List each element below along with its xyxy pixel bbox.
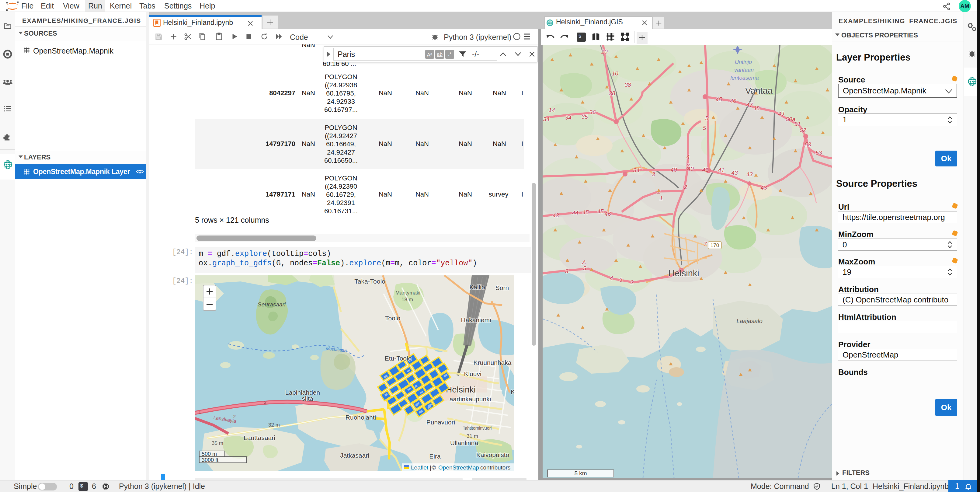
svg-text:3000 ft: 3000 ft [202, 457, 218, 463]
svg-text:Mantymaki: Mantymaki [395, 290, 420, 296]
svg-text:10: 10 [601, 48, 608, 55]
svg-text:4: 4 [686, 154, 690, 160]
svg-text:Vantaa: Vantaa [745, 86, 773, 96]
svg-text:53: 53 [815, 150, 822, 156]
svg-text:Eira: Eira [429, 453, 441, 460]
svg-text:1: 1 [199, 409, 201, 415]
svg-text:38: 38 [624, 81, 631, 88]
svg-text:Kaivopuisto: Kaivopuisto [476, 451, 509, 458]
svg-text:18 m: 18 m [401, 297, 413, 303]
svg-text:44: 44 [572, 210, 578, 216]
svg-text:46: 46 [605, 210, 611, 217]
svg-text:Helsinki: Helsinki [668, 268, 699, 278]
svg-text:vantaan: vantaan [734, 67, 754, 73]
svg-text:43: 43 [746, 171, 753, 177]
svg-text:Ruoholahti: Ruoholahti [345, 414, 376, 421]
svg-text:K: K [511, 388, 514, 395]
svg-text:Seurasaari: Seurasaari [258, 301, 286, 307]
svg-text:41: 41 [702, 166, 708, 173]
svg-text:45: 45 [597, 208, 604, 215]
svg-text:34: 34 [633, 167, 640, 174]
svg-text:2: 2 [264, 400, 266, 405]
svg-text:|: | [430, 464, 431, 471]
svg-text:35: 35 [581, 113, 588, 120]
svg-text:2: 2 [684, 184, 687, 190]
svg-text:Kluuvi: Kluuvi [464, 370, 481, 377]
svg-text:Laajasalo: Laajasalo [737, 318, 762, 324]
svg-text:3: 3 [652, 171, 655, 177]
svg-text:48: 48 [753, 105, 760, 111]
svg-text:35 m: 35 m [212, 440, 223, 446]
svg-text:49: 49 [778, 110, 784, 117]
svg-text:43: 43 [731, 169, 738, 176]
svg-text:32 m: 32 m [268, 422, 280, 428]
svg-text:5 km: 5 km [574, 470, 587, 476]
svg-text:53: 53 [805, 141, 811, 148]
svg-text:Tahtitorninvuori: Tahtitorninvuori [463, 426, 492, 430]
svg-text:41: 41 [718, 167, 724, 174]
svg-text:50a: 50a [786, 116, 795, 122]
svg-text:aartinkaupunki: aartinkaupunki [450, 396, 491, 403]
svg-text:7: 7 [704, 241, 708, 247]
svg-text:slita: slita [302, 395, 313, 402]
svg-text:2: 2 [630, 279, 634, 285]
svg-text:47: 47 [746, 102, 753, 108]
svg-text:Ullanlinna: Ullanlinna [450, 439, 479, 446]
svg-text:10: 10 [612, 70, 618, 77]
svg-text:36: 36 [589, 109, 596, 115]
svg-text:40: 40 [670, 166, 677, 173]
svg-text:Taka-Toolo: Taka-Toolo [354, 278, 385, 285]
svg-text:Sörn: Sörn [495, 284, 509, 291]
svg-text:43: 43 [760, 185, 767, 191]
svg-text:Toolo: Toolo [385, 315, 400, 322]
svg-text:contributors: contributors [480, 464, 511, 471]
svg-text:43: 43 [552, 212, 559, 218]
svg-text:4: 4 [610, 275, 613, 282]
svg-text:©: © [431, 464, 436, 471]
svg-text:Hakaniemi: Hakaniemi [461, 317, 491, 323]
svg-text:A: A [582, 259, 586, 266]
svg-text:46: 46 [730, 98, 737, 104]
svg-text:38: 38 [609, 90, 615, 96]
svg-text:Untinjo: Untinjo [735, 59, 752, 65]
svg-text:OpenStreetMap: OpenStreetMap [438, 464, 479, 471]
svg-text:1: 1 [660, 195, 663, 201]
svg-text:34: 34 [565, 115, 571, 121]
svg-text:Punavuori: Punavuori [426, 419, 455, 426]
svg-text:500 m: 500 m [202, 451, 217, 457]
svg-text:5: 5 [703, 125, 706, 131]
svg-text:Lauttasaari: Lauttasaari [243, 434, 275, 441]
svg-text:34: 34 [543, 116, 549, 122]
svg-text:Kruununhaka: Kruununhaka [474, 359, 512, 366]
svg-text:14: 14 [549, 107, 555, 113]
svg-text:31 m: 31 m [466, 433, 478, 439]
svg-text:3: 3 [565, 268, 568, 274]
svg-text:Etu-Toolo: Etu-Toolo [385, 355, 412, 362]
svg-text:170: 170 [711, 242, 719, 248]
svg-text:Jatkasaari: Jatkasaari [340, 452, 369, 459]
svg-text:5: 5 [583, 265, 586, 271]
svg-text:Kallio: Kallio [469, 283, 485, 291]
svg-text:2: 2 [233, 414, 236, 419]
svg-text:lentoasema: lentoasema [730, 75, 759, 81]
svg-text:45: 45 [715, 96, 722, 102]
svg-text:Leaflet: Leaflet [411, 464, 429, 471]
svg-text:5: 5 [705, 115, 709, 121]
svg-text:52: 52 [800, 127, 806, 133]
svg-text:51: 51 [794, 121, 800, 127]
svg-text:Helsinki: Helsinki [446, 385, 476, 394]
svg-text:3: 3 [619, 277, 623, 283]
svg-text:3: 3 [686, 162, 690, 169]
svg-text:45: 45 [582, 209, 589, 215]
